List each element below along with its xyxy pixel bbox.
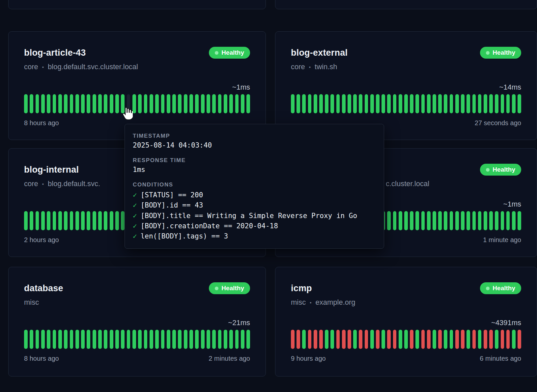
health-bar[interactable]: [393, 330, 397, 349]
health-bar[interactable]: [501, 211, 504, 230]
health-bar[interactable]: [138, 330, 142, 349]
health-history-bars[interactable]: [24, 94, 250, 113]
health-bar[interactable]: [297, 330, 300, 349]
health-bar[interactable]: [478, 94, 482, 113]
health-bar[interactable]: [87, 94, 90, 113]
health-bar[interactable]: [484, 211, 487, 230]
health-bar[interactable]: [115, 94, 119, 113]
health-bar[interactable]: [415, 330, 419, 349]
health-bar[interactable]: [195, 94, 199, 113]
health-bar[interactable]: [47, 94, 50, 113]
health-bar[interactable]: [93, 330, 96, 349]
endpoint-name[interactable]: blog-external: [291, 48, 348, 58]
health-bar[interactable]: [224, 330, 227, 349]
health-bar[interactable]: [155, 330, 159, 349]
health-bar[interactable]: [512, 211, 516, 230]
health-bar[interactable]: [115, 211, 119, 230]
health-bar[interactable]: [489, 94, 493, 113]
health-bar[interactable]: [484, 94, 487, 113]
health-bar[interactable]: [58, 211, 62, 230]
health-bar[interactable]: [41, 94, 45, 113]
health-bar[interactable]: [87, 330, 90, 349]
health-bar[interactable]: [450, 330, 453, 349]
health-bar[interactable]: [512, 94, 516, 113]
health-bar[interactable]: [387, 211, 391, 230]
health-bar[interactable]: [110, 211, 113, 230]
health-bar[interactable]: [427, 211, 431, 230]
health-bar[interactable]: [235, 94, 239, 113]
health-bar[interactable]: [484, 330, 487, 349]
health-bar[interactable]: [404, 94, 408, 113]
health-bar[interactable]: [370, 330, 374, 349]
health-bar[interactable]: [336, 330, 340, 349]
health-bar[interactable]: [438, 211, 442, 230]
health-bar[interactable]: [246, 330, 250, 349]
health-bar[interactable]: [466, 211, 470, 230]
endpoint-name[interactable]: database: [24, 283, 63, 294]
health-bar[interactable]: [24, 330, 28, 349]
health-bar[interactable]: [325, 94, 328, 113]
health-bar[interactable]: [342, 330, 346, 349]
health-bar[interactable]: [30, 211, 33, 230]
endpoint-name[interactable]: blog-article-43: [24, 48, 86, 58]
health-bar[interactable]: [325, 330, 328, 349]
health-bar[interactable]: [36, 211, 39, 230]
health-bar[interactable]: [36, 330, 39, 349]
health-bar[interactable]: [167, 330, 170, 349]
health-bar[interactable]: [58, 330, 62, 349]
health-bar[interactable]: [241, 330, 244, 349]
health-bar[interactable]: [241, 94, 244, 113]
health-bar[interactable]: [410, 94, 413, 113]
health-bar[interactable]: [93, 211, 96, 230]
health-bar[interactable]: [421, 211, 425, 230]
health-bar[interactable]: [382, 330, 385, 349]
health-bar[interactable]: [150, 330, 153, 349]
health-bar[interactable]: [212, 94, 216, 113]
health-bar[interactable]: [47, 330, 50, 349]
health-bar[interactable]: [41, 211, 45, 230]
health-bar[interactable]: [308, 330, 312, 349]
health-bar[interactable]: [399, 330, 402, 349]
health-bar[interactable]: [348, 94, 351, 113]
health-bar[interactable]: [382, 94, 385, 113]
health-bar[interactable]: [495, 330, 498, 349]
health-bar[interactable]: [150, 94, 153, 113]
health-bar[interactable]: [410, 330, 413, 349]
health-bar[interactable]: [472, 94, 476, 113]
health-bar[interactable]: [75, 330, 79, 349]
health-bar[interactable]: [353, 94, 357, 113]
health-bar[interactable]: [387, 330, 391, 349]
health-bar[interactable]: [450, 211, 453, 230]
health-bar[interactable]: [98, 330, 102, 349]
health-bar[interactable]: [314, 94, 317, 113]
health-bar[interactable]: [161, 330, 165, 349]
health-bar[interactable]: [370, 94, 374, 113]
health-bar[interactable]: [291, 94, 295, 113]
health-bar[interactable]: [121, 211, 125, 230]
health-bar[interactable]: [291, 330, 295, 349]
health-bar[interactable]: [184, 94, 187, 113]
endpoint-name[interactable]: blog-internal: [24, 165, 79, 175]
health-history-bars[interactable]: [291, 330, 521, 349]
health-history-bars[interactable]: [24, 330, 250, 349]
health-bar[interactable]: [229, 94, 233, 113]
health-bar[interactable]: [387, 94, 391, 113]
health-bar[interactable]: [87, 211, 90, 230]
health-bar[interactable]: [512, 330, 516, 349]
health-bar[interactable]: [70, 94, 73, 113]
health-bar[interactable]: [144, 94, 148, 113]
health-bar[interactable]: [461, 211, 465, 230]
health-bar[interactable]: [489, 211, 493, 230]
health-bar[interactable]: [466, 330, 470, 349]
health-bar[interactable]: [415, 211, 419, 230]
health-bar[interactable]: [495, 94, 498, 113]
health-bar[interactable]: [472, 330, 476, 349]
health-bar[interactable]: [207, 330, 210, 349]
health-bar[interactable]: [365, 330, 368, 349]
health-bar[interactable]: [235, 330, 239, 349]
health-bar[interactable]: [314, 330, 317, 349]
health-bar[interactable]: [478, 211, 482, 230]
health-bar[interactable]: [506, 330, 510, 349]
health-bar[interactable]: [399, 94, 402, 113]
health-bar[interactable]: [302, 94, 306, 113]
